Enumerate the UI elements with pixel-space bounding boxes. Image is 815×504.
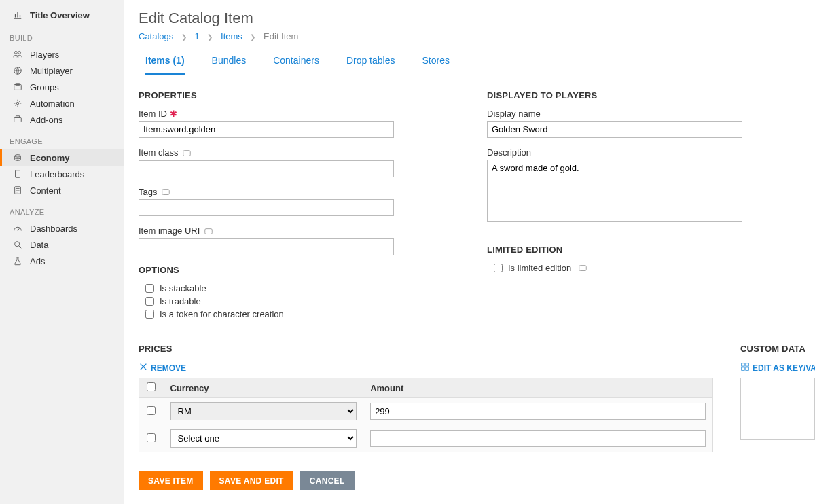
label-token: Is a token for character creation (160, 309, 284, 319)
display-name-label: Display name (487, 109, 808, 119)
leaderboard-icon (12, 169, 23, 179)
description-input[interactable]: A sword made of gold. (487, 160, 742, 222)
edit-kv-link[interactable]: EDIT AS KEY/VA (740, 362, 815, 374)
sidebar-item-dashboards[interactable]: Dashboards (0, 220, 124, 236)
sidebar-item-label: Leaderboards (30, 169, 84, 179)
amount-input[interactable] (370, 430, 706, 447)
chart-icon (12, 10, 23, 20)
info-icon (161, 187, 170, 197)
item-class-input[interactable] (139, 160, 394, 177)
svg-rect-16 (746, 363, 748, 366)
sidebar-item-label: Groups (30, 82, 59, 92)
sidebar-item-label: Dashboards (30, 223, 77, 234)
tab-containers[interactable]: Containers (273, 51, 319, 75)
custom-data-box[interactable] (740, 378, 815, 440)
checkbox-limited[interactable] (494, 264, 503, 272)
sidebar-item-label: Add-ons (30, 115, 62, 125)
sidebar-item-ads[interactable]: Ads (0, 253, 124, 269)
label-limited: Is limited edition (508, 263, 571, 273)
tab-bundles[interactable]: Bundles (212, 51, 247, 75)
sidebar-item-label: Automation (30, 98, 75, 109)
price-checkbox-all[interactable] (147, 382, 156, 391)
cancel-button[interactable]: CANCEL (300, 471, 355, 490)
search-icon (12, 240, 23, 249)
item-id-input[interactable] (139, 121, 394, 138)
svg-rect-17 (742, 367, 744, 370)
save-item-button[interactable]: SAVE ITEM (139, 471, 203, 490)
sidebar-item-leaderboards[interactable]: Leaderboards (0, 166, 124, 182)
svg-rect-14 (579, 265, 587, 270)
currency-select[interactable]: Select one (170, 429, 357, 448)
sidebar-item-data[interactable]: Data (0, 236, 124, 253)
display-name-input[interactable] (487, 121, 742, 138)
svg-rect-13 (205, 228, 213, 234)
price-row: Select one (139, 425, 713, 452)
price-row-checkbox[interactable] (147, 433, 156, 442)
section-options: OPTIONS (139, 265, 460, 275)
info-icon (204, 227, 213, 236)
currency-select[interactable]: RM (170, 402, 357, 420)
content-icon (12, 185, 23, 195)
svg-point-5 (16, 102, 19, 105)
label-stackable: Is stackable (160, 283, 206, 293)
folder-icon (12, 82, 23, 92)
chevron-right-icon: ❯ (250, 33, 255, 41)
economy-icon (12, 153, 23, 162)
section-custom-data: CUSTOM DATA (740, 344, 815, 354)
sidebar-title-label: Title Overview (30, 10, 90, 20)
sidebar-item-addons[interactable]: Add-ons (0, 111, 124, 128)
sidebar-item-players[interactable]: Players (0, 46, 124, 62)
svg-rect-12 (162, 190, 170, 195)
checkbox-tradable[interactable] (145, 297, 154, 306)
amount-input[interactable] (370, 403, 706, 420)
automation-icon (12, 98, 23, 108)
sidebar-item-groups[interactable]: Groups (0, 79, 124, 95)
breadcrumb: Catalogs ❯ 1 ❯ Items ❯ Edit Item (139, 31, 815, 41)
addons-icon (12, 115, 23, 124)
sidebar-group-build: BUILD (0, 24, 124, 46)
checkbox-stackable[interactable] (145, 284, 154, 293)
svg-rect-6 (14, 118, 22, 122)
section-prices: PRICES (139, 344, 713, 354)
section-properties: PROPERTIES (139, 90, 460, 101)
svg-rect-15 (742, 363, 744, 366)
chevron-right-icon: ❯ (207, 33, 213, 41)
sidebar-item-label: Ads (30, 256, 45, 266)
page-title: Edit Catalog Item (139, 10, 815, 27)
sidebar-item-automation[interactable]: Automation (0, 95, 124, 111)
flask-icon (12, 256, 23, 266)
sidebar-item-economy[interactable]: Economy (0, 149, 124, 166)
remove-price-link[interactable]: REMOVE (139, 362, 186, 374)
item-id-label: Item ID ✱ (139, 109, 460, 119)
save-and-edit-button[interactable]: SAVE AND EDIT (210, 471, 293, 490)
breadcrumb-current: Edit Item (264, 31, 298, 41)
sidebar-item-content[interactable]: Content (0, 182, 124, 198)
sidebar-title-overview[interactable]: Title Overview (0, 5, 124, 24)
prices-table: Currency Amount RM (139, 378, 713, 452)
breadcrumb-catalogs[interactable]: Catalogs (139, 31, 173, 41)
tab-drop-tables[interactable]: Drop tables (346, 51, 395, 75)
tags-input[interactable] (139, 199, 394, 216)
description-label: Description (487, 147, 808, 158)
price-row: RM (139, 398, 713, 425)
image-uri-input[interactable] (139, 238, 394, 255)
chevron-right-icon: ❯ (181, 33, 187, 41)
breadcrumb-one[interactable]: 1 (195, 31, 200, 41)
price-row-checkbox[interactable] (147, 406, 156, 415)
section-limited: LIMITED EDITION (487, 245, 808, 255)
players-icon (12, 50, 23, 59)
sidebar-item-label: Content (30, 185, 61, 196)
sidebar-item-label: Data (30, 240, 48, 250)
breadcrumb-items[interactable]: Items (221, 31, 242, 41)
sidebar-item-multiplayer[interactable]: Multiplayer (0, 62, 124, 79)
svg-point-7 (15, 155, 21, 158)
svg-rect-8 (16, 170, 20, 178)
tab-stores[interactable]: Stores (422, 51, 449, 75)
sidebar-group-engage: ENGAGE (0, 128, 124, 149)
info-icon (182, 149, 192, 158)
svg-rect-11 (183, 150, 191, 156)
checkbox-token[interactable] (145, 310, 154, 319)
gauge-icon (12, 223, 23, 233)
prices-header-amount: Amount (363, 378, 712, 398)
tab-items[interactable]: Items (1) (145, 51, 185, 75)
